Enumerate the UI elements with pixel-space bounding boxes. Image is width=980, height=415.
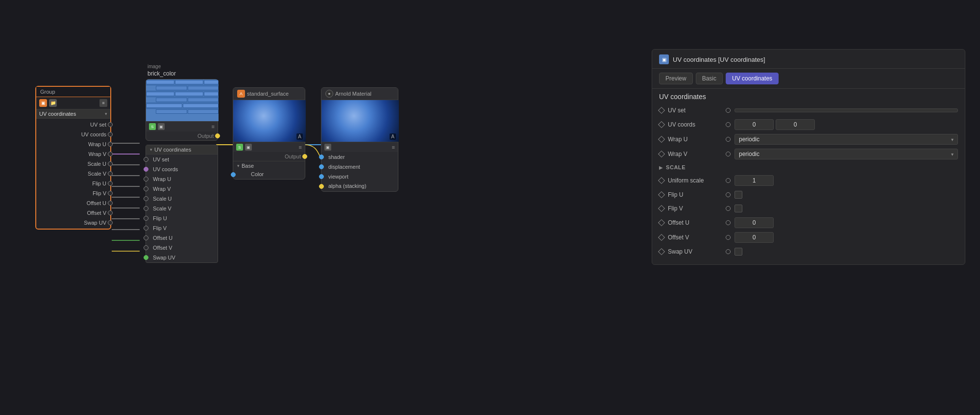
standard-surface-node: A standard_surface A S ▣ ≡ Output ▾ (233, 87, 305, 180)
port-flip-v (108, 191, 113, 196)
group-out-flip-v: Flip V (36, 188, 110, 198)
uv-sub-offset-u: Offset U (146, 233, 218, 243)
group-out-uv-coords: UV coords (36, 130, 110, 139)
checkbox-flip-v[interactable] (735, 205, 742, 212)
group-out-offset-v: Offset V (36, 208, 110, 218)
chevron-right-icon: ▶ (659, 165, 663, 170)
group-out-wrap-u: Wrap U (36, 139, 110, 149)
footer-s-icon2: S (236, 144, 243, 151)
standard-output-port (302, 154, 307, 159)
port-viewport (319, 174, 324, 179)
circle-flip-u (726, 192, 731, 197)
uv-sub-flip-u: Flip U (146, 213, 218, 223)
circle-offset-u (726, 220, 731, 225)
port-uv-sub-scale-u (144, 196, 148, 201)
port-scale-u (108, 161, 113, 166)
port-uv-sub-wrap-v (144, 186, 148, 191)
group-list-icon[interactable]: ≡ (99, 99, 107, 107)
value-uniform-scale[interactable]: 1 (735, 175, 774, 186)
group-dropdown-bar[interactable]: UV coordinates ▾ (36, 109, 110, 119)
uv-sub-header: ▾ UV coordinates (146, 145, 218, 155)
props-row-wrap-u: Wrap U periodic ▾ (652, 132, 965, 147)
port-uv-set (108, 122, 113, 127)
diamond-swap-uv (658, 248, 665, 255)
arnold-input-shader: shader (321, 152, 398, 162)
base-section: ▾ Base (233, 161, 305, 170)
uv-coords-values: 0 0 (735, 119, 958, 130)
arnold-inputs: shader displacement viewport alpha (stac… (321, 152, 398, 191)
chevron-down-icon: ▾ (951, 137, 954, 142)
uv-sub-uv-set: UV set (146, 155, 218, 164)
port-uv-sub-uv-set (144, 157, 148, 162)
standard-surface-thumb: A (233, 100, 306, 142)
diamond-uv-set (658, 107, 665, 114)
image-output-row: Output (146, 131, 218, 140)
port-uv-sub-flip-v (144, 226, 148, 231)
image-node-name-label: brick_color (146, 70, 218, 77)
image-node-body: S ▣ ≡ Output (146, 79, 218, 141)
arnold-footer: ▣ ≡ (321, 142, 398, 152)
props-row-flip-u: Flip U (652, 188, 965, 202)
props-row-uniform-scale: Uniform scale 1 (652, 173, 965, 188)
props-row-uv-coords: UV coords 0 0 (652, 117, 965, 132)
group-out-scale-u: Scale U (36, 159, 110, 169)
circle-wrap-v (726, 152, 731, 156)
uv-sub-scale-u: Scale U (146, 194, 218, 204)
properties-panel: ▣ UV coordinates [UV coordinates] Previe… (652, 49, 965, 265)
tab-basic[interactable]: Basic (696, 73, 723, 84)
props-row-swap-uv: Swap UV (652, 245, 965, 259)
circle-wrap-u (726, 137, 731, 142)
port-alpha (319, 184, 324, 189)
value-offset-u[interactable]: 0 (735, 217, 774, 228)
port-uv-sub-swap-uv (144, 255, 148, 260)
footer-menu-btn[interactable]: ≡ (212, 124, 215, 130)
port-wrap-u (108, 142, 113, 147)
value-uv-v[interactable]: 0 (776, 119, 815, 130)
footer-arnold-icon: ▣ (324, 144, 331, 151)
port-offset-v (108, 210, 113, 215)
brick-color-node: image brick_color (146, 64, 218, 263)
value-uv-u[interactable]: 0 (735, 119, 774, 130)
tab-preview[interactable]: Preview (659, 73, 693, 84)
tab-uv-coordinates[interactable]: UV coordinates (726, 73, 779, 84)
standard-surface-icon: A (237, 90, 245, 98)
props-row-uv-set: UV set (652, 104, 965, 117)
chevron-down-icon-2: ▾ (951, 152, 954, 157)
diamond-wrap-u (658, 136, 665, 143)
value-uv-set[interactable] (735, 108, 958, 112)
footer-img-icon2: ▣ (245, 144, 252, 151)
port-offset-u (108, 201, 113, 206)
props-tabs: Preview Basic UV coordinates (652, 69, 965, 89)
uv-sub-swap-uv: Swap UV (146, 253, 218, 262)
dropdown-wrap-v[interactable]: periodic ▾ (735, 149, 958, 159)
uv-sub-scale-v: Scale V (146, 204, 218, 213)
diamond-offset-u (658, 219, 665, 226)
group-orange-icon: ▣ (39, 99, 47, 107)
checkbox-flip-u[interactable] (735, 191, 742, 199)
group-outputs: UV set UV coords Wrap U Wrap V Scale U (36, 119, 110, 229)
uv-sub-uv-coords: UV coords (146, 164, 218, 174)
footer-menu-btn2[interactable]: ≡ (299, 144, 302, 150)
dropdown-wrap-u[interactable]: periodic ▾ (735, 134, 958, 145)
port-uv-sub-offset-u (144, 235, 148, 240)
circle-offset-v (726, 235, 731, 240)
group-out-scale-v: Scale V (36, 169, 110, 179)
footer-menu-btn3[interactable]: ≡ (392, 144, 395, 150)
group-label: Group (36, 87, 110, 97)
diamond-uv-coords (658, 121, 665, 128)
group-folder-icon[interactable]: 📁 (49, 99, 57, 107)
value-offset-v[interactable]: 0 (735, 232, 774, 243)
arnold-ball-icon: ● (325, 90, 333, 98)
brick-thumbnail (146, 79, 219, 121)
group-out-swap-uv: Swap UV (36, 218, 110, 228)
image-node-footer: S ▣ ≡ (146, 121, 218, 131)
arnold-node: ● Arnold Material A ▣ ≡ shader (321, 87, 398, 192)
standard-output-row: Output (233, 152, 305, 161)
diamond-offset-v (658, 234, 665, 241)
arnold-input-displacement: displacement (321, 162, 398, 172)
port-uv-sub-wrap-u (144, 177, 148, 182)
checkbox-swap-uv[interactable] (735, 248, 742, 256)
scale-section-divider[interactable]: ▶ SCALE (652, 161, 965, 173)
port-uv-sub-uv-coords (144, 167, 148, 172)
port-uv-coords (108, 132, 113, 137)
